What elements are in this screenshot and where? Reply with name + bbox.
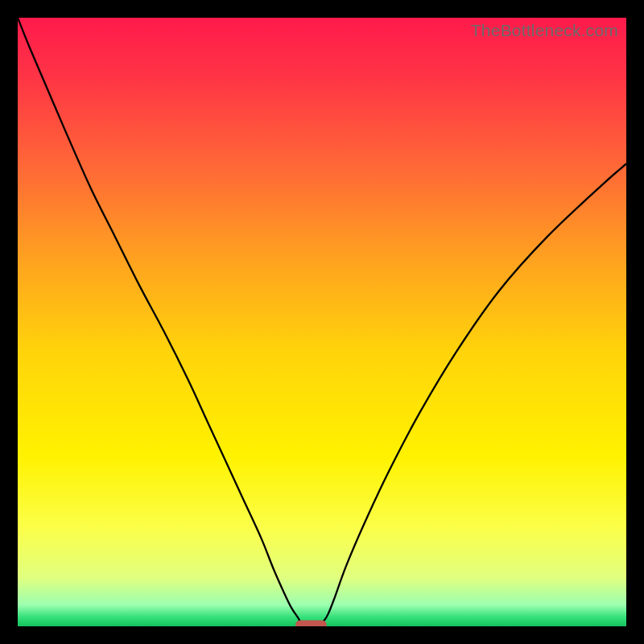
optimal-marker	[295, 620, 327, 626]
plot-area: TheBottleneck.com	[18, 18, 626, 626]
chart-svg	[18, 18, 626, 626]
gradient-background	[18, 18, 626, 626]
watermark-text: TheBottleneck.com	[471, 21, 618, 40]
chart-frame: TheBottleneck.com	[0, 0, 644, 644]
